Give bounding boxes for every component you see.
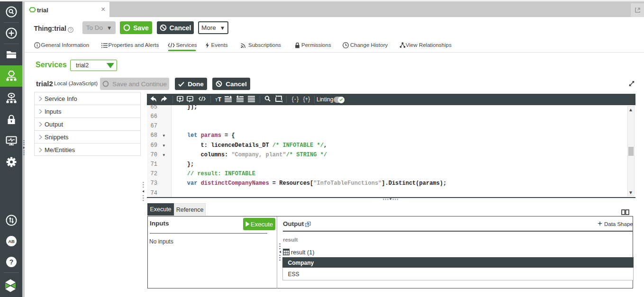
svg-text:?: ? [69,27,72,32]
svg-text:{-}: {-} [291,96,299,103]
svg-text:AB: AB [8,239,15,244]
svg-text:T: T [218,96,222,103]
svg-text:?: ? [9,258,14,266]
svg-text:{+}: {+} [303,96,310,103]
